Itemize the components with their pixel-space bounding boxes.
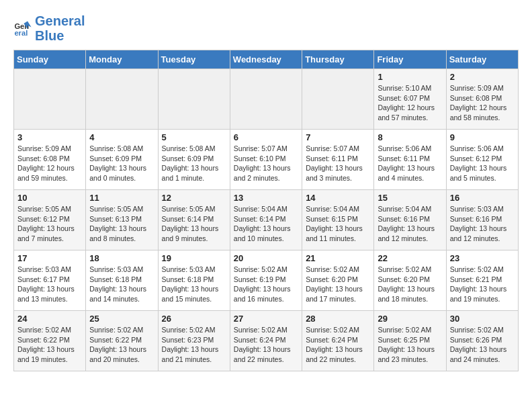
day-number: 16 bbox=[450, 193, 515, 203]
day-info: Sunrise: 5:03 AM Sunset: 6:18 PM Dayligh… bbox=[162, 265, 226, 304]
day-info: Sunrise: 5:05 AM Sunset: 6:13 PM Dayligh… bbox=[89, 204, 154, 244]
day-info: Sunrise: 5:02 AM Sunset: 6:26 PM Dayligh… bbox=[450, 325, 515, 365]
col-header-wednesday: Wednesday bbox=[230, 50, 302, 69]
calendar-cell: 29Sunrise: 5:02 AM Sunset: 6:25 PM Dayli… bbox=[374, 311, 446, 371]
day-info: Sunrise: 5:07 AM Sunset: 6:10 PM Dayligh… bbox=[234, 144, 298, 183]
calendar-cell: 30Sunrise: 5:02 AM Sunset: 6:26 PM Dayli… bbox=[446, 311, 518, 371]
day-number: 21 bbox=[306, 253, 370, 263]
calendar-cell: 7Sunrise: 5:07 AM Sunset: 6:11 PM Daylig… bbox=[302, 130, 374, 190]
day-info: Sunrise: 5:02 AM Sunset: 6:19 PM Dayligh… bbox=[234, 265, 298, 304]
day-info: Sunrise: 5:02 AM Sunset: 6:24 PM Dayligh… bbox=[234, 325, 298, 365]
calendar-cell: 27Sunrise: 5:02 AM Sunset: 6:24 PM Dayli… bbox=[230, 311, 302, 371]
day-number: 22 bbox=[378, 253, 442, 263]
logo: Gen eral General Blue bbox=[13, 13, 85, 43]
calendar-cell bbox=[14, 69, 86, 130]
calendar-cell: 13Sunrise: 5:04 AM Sunset: 6:14 PM Dayli… bbox=[230, 190, 302, 250]
day-info: Sunrise: 5:10 AM Sunset: 6:07 PM Dayligh… bbox=[378, 83, 442, 123]
calendar-cell: 18Sunrise: 5:03 AM Sunset: 6:18 PM Dayli… bbox=[86, 250, 158, 311]
calendar-cell bbox=[230, 69, 302, 130]
day-number: 30 bbox=[450, 314, 515, 324]
logo-text: General Blue bbox=[35, 13, 85, 43]
day-number: 27 bbox=[234, 314, 298, 324]
calendar-cell bbox=[302, 69, 374, 130]
day-number: 8 bbox=[378, 132, 442, 142]
day-number: 14 bbox=[306, 193, 370, 203]
svg-text:eral: eral bbox=[14, 29, 28, 37]
day-number: 4 bbox=[89, 132, 154, 142]
calendar-cell: 10Sunrise: 5:05 AM Sunset: 6:12 PM Dayli… bbox=[14, 190, 86, 250]
calendar-cell: 24Sunrise: 5:02 AM Sunset: 6:22 PM Dayli… bbox=[14, 311, 86, 371]
day-number: 26 bbox=[162, 314, 226, 324]
day-info: Sunrise: 5:05 AM Sunset: 6:14 PM Dayligh… bbox=[162, 204, 226, 244]
day-number: 13 bbox=[234, 193, 298, 203]
day-number: 11 bbox=[89, 193, 154, 203]
calendar-cell: 22Sunrise: 5:02 AM Sunset: 6:20 PM Dayli… bbox=[374, 250, 446, 311]
calendar-cell: 19Sunrise: 5:03 AM Sunset: 6:18 PM Dayli… bbox=[158, 250, 230, 311]
day-info: Sunrise: 5:07 AM Sunset: 6:11 PM Dayligh… bbox=[306, 144, 370, 183]
calendar-cell: 1Sunrise: 5:10 AM Sunset: 6:07 PM Daylig… bbox=[374, 69, 446, 130]
calendar-cell: 21Sunrise: 5:02 AM Sunset: 6:20 PM Dayli… bbox=[302, 250, 374, 311]
logo-icon: Gen eral bbox=[13, 19, 32, 38]
col-header-monday: Monday bbox=[86, 50, 158, 69]
day-info: Sunrise: 5:02 AM Sunset: 6:21 PM Dayligh… bbox=[450, 265, 515, 304]
day-number: 23 bbox=[450, 253, 515, 263]
day-number: 3 bbox=[17, 132, 82, 142]
calendar-cell: 11Sunrise: 5:05 AM Sunset: 6:13 PM Dayli… bbox=[86, 190, 158, 250]
day-info: Sunrise: 5:04 AM Sunset: 6:14 PM Dayligh… bbox=[234, 204, 298, 244]
day-number: 17 bbox=[17, 253, 82, 263]
day-number: 20 bbox=[234, 253, 298, 263]
page-header: Gen eral General Blue bbox=[13, 13, 519, 43]
day-number: 24 bbox=[17, 314, 82, 324]
day-info: Sunrise: 5:03 AM Sunset: 6:18 PM Dayligh… bbox=[89, 265, 154, 304]
col-header-thursday: Thursday bbox=[302, 50, 374, 69]
day-number: 25 bbox=[89, 314, 154, 324]
day-info: Sunrise: 5:02 AM Sunset: 6:22 PM Dayligh… bbox=[89, 325, 154, 365]
day-info: Sunrise: 5:02 AM Sunset: 6:20 PM Dayligh… bbox=[306, 265, 370, 304]
col-header-tuesday: Tuesday bbox=[158, 50, 230, 69]
calendar-cell: 4Sunrise: 5:08 AM Sunset: 6:09 PM Daylig… bbox=[86, 130, 158, 190]
col-header-sunday: Sunday bbox=[14, 50, 86, 69]
day-info: Sunrise: 5:04 AM Sunset: 6:15 PM Dayligh… bbox=[306, 204, 370, 244]
calendar-cell: 20Sunrise: 5:02 AM Sunset: 6:19 PM Dayli… bbox=[230, 250, 302, 311]
calendar-cell: 6Sunrise: 5:07 AM Sunset: 6:10 PM Daylig… bbox=[230, 130, 302, 190]
day-number: 19 bbox=[162, 253, 226, 263]
day-info: Sunrise: 5:08 AM Sunset: 6:09 PM Dayligh… bbox=[89, 144, 154, 183]
day-number: 5 bbox=[162, 132, 226, 142]
day-info: Sunrise: 5:02 AM Sunset: 6:22 PM Dayligh… bbox=[17, 325, 82, 365]
calendar-cell: 5Sunrise: 5:08 AM Sunset: 6:09 PM Daylig… bbox=[158, 130, 230, 190]
day-number: 1 bbox=[378, 72, 442, 82]
day-info: Sunrise: 5:03 AM Sunset: 6:17 PM Dayligh… bbox=[17, 265, 82, 304]
day-info: Sunrise: 5:06 AM Sunset: 6:12 PM Dayligh… bbox=[450, 144, 515, 183]
day-info: Sunrise: 5:02 AM Sunset: 6:20 PM Dayligh… bbox=[378, 265, 442, 304]
day-number: 9 bbox=[450, 132, 515, 142]
calendar-cell: 16Sunrise: 5:03 AM Sunset: 6:16 PM Dayli… bbox=[446, 190, 518, 250]
calendar-cell: 2Sunrise: 5:09 AM Sunset: 6:08 PM Daylig… bbox=[446, 69, 518, 130]
calendar-cell: 26Sunrise: 5:02 AM Sunset: 6:23 PM Dayli… bbox=[158, 311, 230, 371]
day-number: 29 bbox=[378, 314, 442, 324]
day-number: 28 bbox=[306, 314, 370, 324]
calendar-cell: 25Sunrise: 5:02 AM Sunset: 6:22 PM Dayli… bbox=[86, 311, 158, 371]
day-info: Sunrise: 5:03 AM Sunset: 6:16 PM Dayligh… bbox=[450, 204, 515, 244]
calendar-cell: 23Sunrise: 5:02 AM Sunset: 6:21 PM Dayli… bbox=[446, 250, 518, 311]
calendar-table: SundayMondayTuesdayWednesdayThursdayFrid… bbox=[13, 50, 519, 371]
day-number: 2 bbox=[450, 72, 515, 82]
day-info: Sunrise: 5:09 AM Sunset: 6:08 PM Dayligh… bbox=[450, 83, 515, 123]
calendar-cell: 3Sunrise: 5:09 AM Sunset: 6:08 PM Daylig… bbox=[14, 130, 86, 190]
calendar-cell: 8Sunrise: 5:06 AM Sunset: 6:11 PM Daylig… bbox=[374, 130, 446, 190]
calendar-cell: 15Sunrise: 5:04 AM Sunset: 6:16 PM Dayli… bbox=[374, 190, 446, 250]
calendar-cell: 14Sunrise: 5:04 AM Sunset: 6:15 PM Dayli… bbox=[302, 190, 374, 250]
calendar-cell bbox=[158, 69, 230, 130]
col-header-saturday: Saturday bbox=[446, 50, 518, 69]
day-info: Sunrise: 5:09 AM Sunset: 6:08 PM Dayligh… bbox=[17, 144, 82, 183]
day-info: Sunrise: 5:02 AM Sunset: 6:25 PM Dayligh… bbox=[378, 325, 442, 365]
day-number: 15 bbox=[378, 193, 442, 203]
day-number: 7 bbox=[306, 132, 370, 142]
calendar-cell bbox=[86, 69, 158, 130]
day-info: Sunrise: 5:04 AM Sunset: 6:16 PM Dayligh… bbox=[378, 204, 442, 244]
day-info: Sunrise: 5:02 AM Sunset: 6:24 PM Dayligh… bbox=[306, 325, 370, 365]
day-info: Sunrise: 5:08 AM Sunset: 6:09 PM Dayligh… bbox=[162, 144, 226, 183]
day-number: 6 bbox=[234, 132, 298, 142]
day-info: Sunrise: 5:05 AM Sunset: 6:12 PM Dayligh… bbox=[17, 204, 82, 244]
calendar-cell: 28Sunrise: 5:02 AM Sunset: 6:24 PM Dayli… bbox=[302, 311, 374, 371]
day-number: 12 bbox=[162, 193, 226, 203]
